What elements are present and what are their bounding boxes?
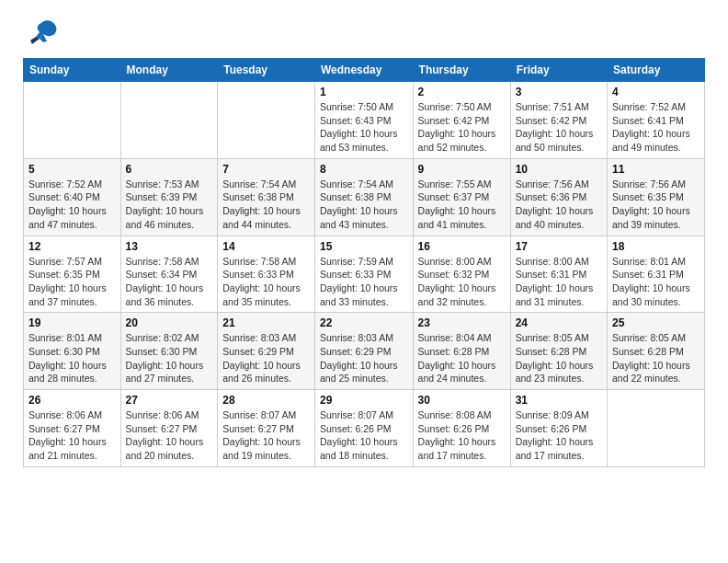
day-detail: Sunrise: 7:51 AMSunset: 6:42 PMDaylight:…: [516, 100, 602, 155]
day-number: 12: [28, 240, 116, 253]
day-number: 4: [612, 86, 700, 98]
day-detail: Sunrise: 8:00 AMSunset: 6:31 PMDaylight:…: [516, 255, 602, 309]
day-number: 13: [126, 240, 213, 253]
day-detail: Sunrise: 7:53 AMSunset: 6:39 PMDaylight:…: [126, 178, 213, 232]
day-detail: Sunrise: 7:50 AMSunset: 6:42 PMDaylight:…: [418, 100, 506, 155]
col-header-thursday: Thursday: [413, 59, 510, 82]
day-detail: Sunrise: 8:08 AMSunset: 6:26 PMDaylight:…: [418, 408, 506, 463]
day-detail: Sunrise: 7:50 AMSunset: 6:43 PMDaylight:…: [320, 100, 408, 155]
day-detail: Sunrise: 7:52 AMSunset: 6:40 PMDaylight:…: [28, 178, 116, 232]
day-detail: Sunrise: 8:05 AMSunset: 6:28 PMDaylight:…: [516, 331, 602, 385]
day-number: 8: [320, 163, 408, 176]
header: [23, 18, 705, 51]
calendar-cell: 14Sunrise: 7:58 AMSunset: 6:33 PMDayligh…: [218, 236, 315, 313]
calendar-cell: 12Sunrise: 7:57 AMSunset: 6:35 PMDayligh…: [24, 236, 121, 313]
col-header-monday: Monday: [120, 59, 218, 82]
day-number: 5: [28, 163, 116, 176]
day-number: 9: [418, 163, 506, 176]
day-detail: Sunrise: 8:04 AMSunset: 6:28 PMDaylight:…: [418, 331, 506, 385]
calendar-week-row: 12Sunrise: 7:57 AMSunset: 6:35 PMDayligh…: [24, 236, 705, 313]
calendar-week-row: 1Sunrise: 7:50 AMSunset: 6:43 PMDaylight…: [24, 82, 705, 159]
day-number: 21: [222, 316, 310, 329]
day-number: 28: [222, 394, 310, 407]
calendar-cell: 20Sunrise: 8:02 AMSunset: 6:30 PMDayligh…: [120, 313, 218, 390]
calendar-header-row: SundayMondayTuesdayWednesdayThursdayFrid…: [24, 59, 705, 82]
calendar-week-row: 19Sunrise: 8:01 AMSunset: 6:30 PMDayligh…: [24, 313, 705, 390]
day-number: 19: [28, 316, 116, 329]
day-detail: Sunrise: 8:06 AMSunset: 6:27 PMDaylight:…: [126, 408, 213, 463]
col-header-wednesday: Wednesday: [314, 59, 413, 82]
calendar-cell: 9Sunrise: 7:55 AMSunset: 6:37 PMDaylight…: [413, 158, 510, 236]
day-detail: Sunrise: 8:02 AMSunset: 6:30 PMDaylight:…: [126, 331, 213, 385]
day-number: 17: [516, 240, 602, 253]
day-number: 18: [612, 240, 700, 253]
day-detail: Sunrise: 7:56 AMSunset: 6:35 PMDaylight:…: [612, 178, 700, 232]
day-detail: Sunrise: 7:55 AMSunset: 6:37 PMDaylight:…: [418, 178, 506, 232]
day-detail: Sunrise: 7:58 AMSunset: 6:34 PMDaylight:…: [126, 255, 213, 309]
calendar-cell: 25Sunrise: 8:05 AMSunset: 6:28 PMDayligh…: [608, 313, 705, 390]
day-detail: Sunrise: 8:01 AMSunset: 6:30 PMDaylight:…: [28, 331, 116, 385]
calendar-week-row: 5Sunrise: 7:52 AMSunset: 6:40 PMDaylight…: [24, 158, 705, 236]
calendar-cell: 23Sunrise: 8:04 AMSunset: 6:28 PMDayligh…: [413, 313, 510, 390]
calendar-cell: 31Sunrise: 8:09 AMSunset: 6:26 PMDayligh…: [510, 390, 607, 467]
day-detail: Sunrise: 7:54 AMSunset: 6:38 PMDaylight:…: [222, 178, 310, 232]
calendar-cell: 3Sunrise: 7:51 AMSunset: 6:42 PMDaylight…: [510, 82, 607, 159]
day-detail: Sunrise: 8:05 AMSunset: 6:28 PMDaylight:…: [612, 331, 700, 385]
day-number: 23: [418, 316, 506, 329]
day-number: 25: [612, 316, 700, 329]
day-number: 2: [418, 86, 506, 98]
day-number: 6: [126, 163, 213, 176]
col-header-saturday: Saturday: [608, 59, 705, 82]
calendar-cell: 24Sunrise: 8:05 AMSunset: 6:28 PMDayligh…: [510, 313, 607, 390]
calendar-cell: 15Sunrise: 7:59 AMSunset: 6:33 PMDayligh…: [314, 236, 413, 313]
calendar-cell: [218, 82, 315, 159]
calendar-table: SundayMondayTuesdayWednesdayThursdayFrid…: [23, 58, 705, 467]
calendar-cell: 7Sunrise: 7:54 AMSunset: 6:38 PMDaylight…: [218, 158, 315, 236]
day-detail: Sunrise: 8:07 AMSunset: 6:26 PMDaylight:…: [320, 408, 408, 463]
calendar-cell: 1Sunrise: 7:50 AMSunset: 6:43 PMDaylight…: [314, 82, 413, 159]
day-detail: Sunrise: 8:09 AMSunset: 6:26 PMDaylight:…: [516, 408, 602, 463]
day-number: 27: [126, 394, 213, 407]
calendar-cell: 10Sunrise: 7:56 AMSunset: 6:36 PMDayligh…: [510, 158, 607, 236]
calendar-cell: 4Sunrise: 7:52 AMSunset: 6:41 PMDaylight…: [608, 82, 705, 159]
calendar-cell: 2Sunrise: 7:50 AMSunset: 6:42 PMDaylight…: [413, 82, 510, 159]
day-number: 24: [516, 316, 602, 329]
day-number: 29: [320, 394, 408, 407]
calendar-cell: [24, 82, 121, 159]
day-number: 10: [516, 163, 602, 176]
day-number: 15: [320, 240, 408, 253]
day-detail: Sunrise: 8:07 AMSunset: 6:27 PMDaylight:…: [222, 408, 310, 463]
calendar-cell: 17Sunrise: 8:00 AMSunset: 6:31 PMDayligh…: [510, 236, 607, 313]
calendar-cell: 18Sunrise: 8:01 AMSunset: 6:31 PMDayligh…: [608, 236, 705, 313]
day-number: 22: [320, 316, 408, 329]
calendar-cell: 28Sunrise: 8:07 AMSunset: 6:27 PMDayligh…: [218, 390, 315, 467]
day-number: 14: [222, 240, 310, 253]
calendar-cell: 26Sunrise: 8:06 AMSunset: 6:27 PMDayligh…: [24, 390, 121, 467]
day-number: 26: [28, 394, 116, 407]
calendar-cell: [120, 82, 218, 159]
calendar-cell: 29Sunrise: 8:07 AMSunset: 6:26 PMDayligh…: [314, 390, 413, 467]
day-number: 11: [612, 163, 700, 176]
calendar-cell: 5Sunrise: 7:52 AMSunset: 6:40 PMDaylight…: [24, 158, 121, 236]
calendar-cell: 16Sunrise: 8:00 AMSunset: 6:32 PMDayligh…: [413, 236, 510, 313]
calendar-cell: 13Sunrise: 7:58 AMSunset: 6:34 PMDayligh…: [120, 236, 218, 313]
calendar-cell: 6Sunrise: 7:53 AMSunset: 6:39 PMDaylight…: [120, 158, 218, 236]
day-detail: Sunrise: 8:03 AMSunset: 6:29 PMDaylight:…: [222, 331, 310, 385]
calendar-cell: 27Sunrise: 8:06 AMSunset: 6:27 PMDayligh…: [120, 390, 218, 467]
calendar-cell: 11Sunrise: 7:56 AMSunset: 6:35 PMDayligh…: [608, 158, 705, 236]
calendar-week-row: 26Sunrise: 8:06 AMSunset: 6:27 PMDayligh…: [24, 390, 705, 467]
day-detail: Sunrise: 7:54 AMSunset: 6:38 PMDaylight:…: [320, 178, 408, 232]
day-detail: Sunrise: 8:03 AMSunset: 6:29 PMDaylight:…: [320, 331, 408, 385]
col-header-friday: Friday: [510, 59, 607, 82]
calendar-cell: [608, 390, 705, 467]
calendar-cell: 30Sunrise: 8:08 AMSunset: 6:26 PMDayligh…: [413, 390, 510, 467]
day-number: 31: [516, 394, 602, 407]
day-detail: Sunrise: 7:52 AMSunset: 6:41 PMDaylight:…: [612, 100, 700, 155]
day-number: 16: [418, 240, 506, 253]
day-number: 1: [320, 86, 408, 98]
day-detail: Sunrise: 7:56 AMSunset: 6:36 PMDaylight:…: [516, 178, 602, 232]
logo-bird-icon: [23, 18, 60, 51]
day-detail: Sunrise: 8:06 AMSunset: 6:27 PMDaylight:…: [28, 408, 116, 463]
day-number: 3: [516, 86, 602, 98]
calendar-cell: 8Sunrise: 7:54 AMSunset: 6:38 PMDaylight…: [314, 158, 413, 236]
